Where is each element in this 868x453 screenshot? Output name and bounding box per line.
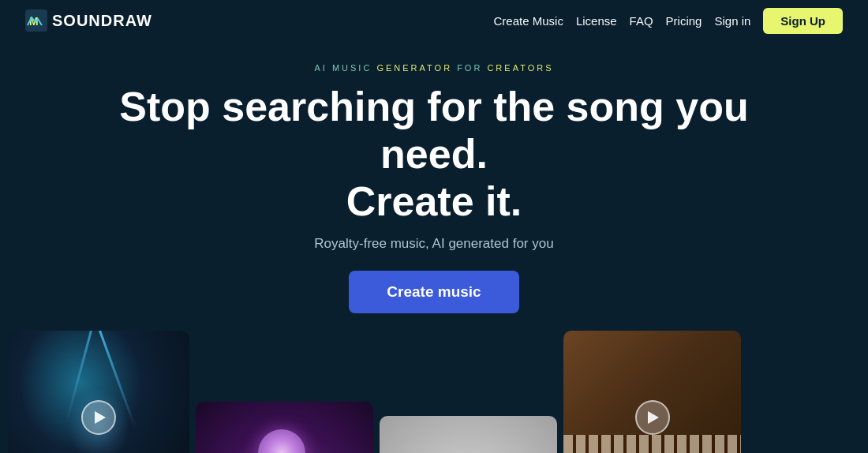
nav-faq[interactable]: FAQ bbox=[630, 14, 653, 28]
ai-tag: AI MUSIC GENERATOR FOR CREATORS bbox=[314, 63, 553, 73]
image-col-3 bbox=[380, 331, 557, 453]
logo-icon: M bbox=[25, 9, 47, 32]
piano-image bbox=[563, 331, 741, 453]
signup-button[interactable]: Sign Up bbox=[763, 8, 843, 34]
image-grid bbox=[8, 331, 868, 453]
concert-play-button[interactable] bbox=[81, 400, 116, 435]
signin-button[interactable]: Sign in bbox=[714, 14, 750, 28]
image-col-4 bbox=[563, 331, 741, 453]
logo-text: SOUNDRAW bbox=[52, 12, 152, 30]
hero-title-line2: Create it. bbox=[346, 178, 522, 224]
logo[interactable]: M SOUNDRAW bbox=[25, 9, 152, 32]
nav-license[interactable]: License bbox=[576, 14, 617, 28]
ai-tag-creators: CREATORS bbox=[487, 63, 553, 73]
ai-tag-for: FOR bbox=[457, 63, 487, 73]
concert-image bbox=[8, 331, 189, 453]
ai-tag-text: AI MUSIC bbox=[314, 63, 376, 73]
hero-section: AI MUSIC GENERATOR FOR CREATORS Stop sea… bbox=[0, 41, 868, 331]
disco-image bbox=[196, 402, 373, 453]
ai-tag-generator: GENERATOR bbox=[376, 63, 457, 73]
hero-subtitle: Royalty-free music, AI generated for you bbox=[314, 236, 553, 252]
nav-pricing[interactable]: Pricing bbox=[666, 14, 702, 28]
piano-play-button[interactable] bbox=[635, 400, 670, 435]
create-music-button[interactable]: Create music bbox=[349, 271, 518, 313]
nav-right: Create Music License FAQ Pricing Sign in… bbox=[494, 8, 843, 34]
dancer-image bbox=[380, 416, 557, 453]
hero-title: Stop searching for the song you need. Cr… bbox=[110, 84, 758, 225]
hero-title-line1: Stop searching for the song you need. bbox=[119, 84, 748, 177]
image-col-2 bbox=[196, 331, 373, 453]
navbar: M SOUNDRAW Create Music License FAQ Pric… bbox=[0, 0, 868, 41]
image-col-1 bbox=[8, 331, 189, 453]
nav-create-music[interactable]: Create Music bbox=[494, 14, 563, 28]
